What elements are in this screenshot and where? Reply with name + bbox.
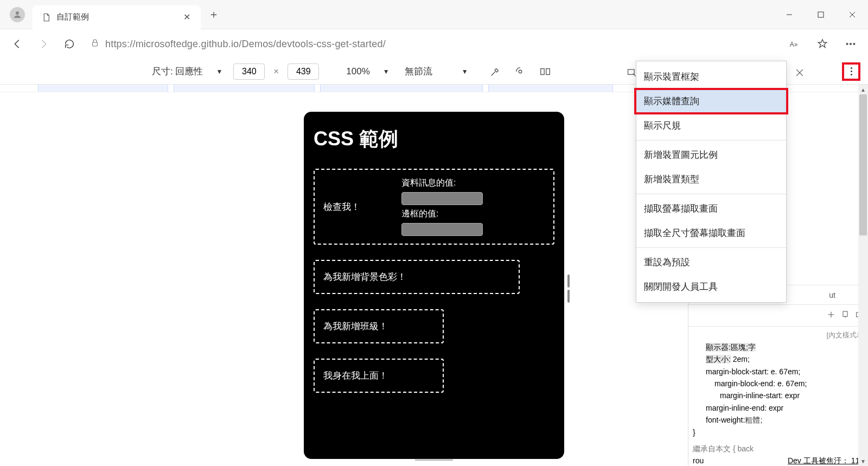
window-controls — [774, 2, 868, 28]
inspect-box[interactable]: 檢查我！ 資料訊息的值: 邊框的值: — [314, 169, 554, 245]
menu-item-close-devtools[interactable]: 關閉開發人員工具 — [636, 275, 786, 299]
url-text: https://microsoftedge.github.io/Demos/de… — [105, 39, 386, 50]
close-window-button[interactable] — [837, 2, 868, 28]
chevron-down-icon: ▼ — [462, 68, 468, 75]
svg-text:A»: A» — [790, 41, 798, 48]
favorite-icon[interactable] — [810, 32, 834, 56]
read-aloud-icon[interactable]: A» — [782, 32, 806, 56]
throttle-label: 無節流 — [405, 65, 432, 78]
throttle-dropdown[interactable]: 無節流 ▼ — [400, 63, 473, 80]
border-value-label: 邊框的值: — [401, 208, 545, 220]
menu-item-show-device-frame[interactable]: 顯示裝置框架 — [636, 65, 786, 89]
navbar: https://microsoftedge.github.io/Demos/de… — [0, 29, 868, 59]
zoom-dropdown[interactable]: 100%▼ — [342, 64, 393, 79]
width-input[interactable] — [233, 63, 265, 80]
device-toolbar-menu: 顯示裝置框架 顯示媒體查詢 顯示尺規 新增裝置圖元比例 新增裝置類型 擷取螢幕擷… — [636, 61, 787, 303]
inspect-box-label: 檢查我！ — [323, 201, 394, 213]
eyedropper-icon[interactable] — [488, 64, 503, 79]
height-input[interactable] — [288, 63, 319, 80]
lock-icon — [90, 38, 100, 50]
menu-item-capture-fullsize[interactable]: 擷取全尺寸螢幕擷取畫面 — [636, 221, 786, 245]
menu-item-show-rulers[interactable]: 顯示尺規 — [636, 113, 786, 138]
new-tab-button[interactable]: ＋ — [204, 5, 224, 24]
close-devtools-icon[interactable] — [789, 62, 810, 83]
svg-rect-12 — [546, 68, 549, 74]
styles-pane[interactable]: [內文樣式表 顯示器:區塊;字 型大小: 2em; margin-block-s… — [688, 327, 868, 466]
zoom-label: 100% — [346, 66, 369, 77]
device-toolbar-more-button[interactable] — [842, 62, 860, 81]
address-bar[interactable]: https://microsoftedge.github.io/Demos/de… — [84, 34, 776, 54]
svg-rect-2 — [818, 12, 824, 17]
page-icon — [41, 12, 51, 22]
svg-point-0 — [16, 11, 19, 15]
data-value-label: 資料訊息的值: — [401, 177, 545, 189]
svg-rect-11 — [540, 68, 544, 74]
svg-point-7 — [846, 43, 848, 45]
data-value-field[interactable] — [401, 192, 483, 205]
menu-item-capture-screenshot[interactable]: 擷取螢幕擷取畫面 — [636, 196, 786, 221]
minimize-button[interactable] — [774, 2, 805, 28]
fold-icon[interactable] — [538, 64, 553, 79]
svg-point-9 — [853, 43, 855, 45]
menu-item-show-media-queries[interactable]: 顯示媒體查詢 — [636, 89, 786, 113]
maximize-button[interactable] — [805, 2, 837, 28]
svg-rect-5 — [93, 42, 98, 46]
chevron-down-icon: ▼ — [216, 68, 222, 75]
vertical-scrollbar[interactable]: ▲ ▼ — [858, 85, 868, 466]
scrollbar-thumb[interactable] — [859, 94, 867, 235]
filter-icon[interactable] — [827, 310, 835, 321]
svg-point-8 — [850, 43, 852, 45]
class-box[interactable]: 為我新增班級！ — [314, 309, 444, 343]
pin-icon[interactable] — [841, 310, 850, 321]
tab-title: 自訂範例 — [56, 12, 177, 22]
styles-tools — [688, 305, 868, 327]
dimension-separator: × — [273, 66, 279, 77]
viewport-resize-handle-right[interactable] — [567, 275, 572, 303]
bgcolor-box[interactable]: 為我新增背景色彩！ — [314, 260, 520, 294]
svg-point-10 — [519, 70, 522, 73]
dimensions-dropdown[interactable]: 尺寸: 回應性 ▼ — [148, 63, 227, 80]
forward-button[interactable] — [31, 32, 55, 56]
tab-close-icon[interactable]: ✕ — [182, 13, 191, 22]
back-button[interactable] — [5, 32, 29, 56]
orientation-icon[interactable] — [513, 64, 528, 79]
browser-tab[interactable]: 自訂範例 ✕ — [33, 5, 201, 29]
profile-avatar[interactable] — [10, 7, 25, 22]
chevron-down-icon: ▼ — [383, 68, 390, 75]
viewport-resize-handle-bottom[interactable] — [412, 459, 456, 463]
page-heading: CSS 範例 — [314, 126, 554, 152]
svg-rect-29 — [843, 311, 847, 316]
titlebar: 自訂範例 ✕ ＋ — [0, 0, 868, 29]
dimensions-label: 尺寸: 回應性 — [152, 65, 203, 78]
page-content: CSS 範例 檢查我！ 資料訊息的值: 邊框的值: 為我新增背景色彩！ 為我新增… — [304, 112, 564, 459]
menu-item-add-dpr[interactable]: 新增裝置圖元比例 — [636, 143, 786, 167]
menu-item-add-device-type[interactable]: 新增裝置類型 — [636, 167, 786, 191]
border-value-field[interactable] — [401, 223, 483, 236]
reload-button[interactable] — [58, 32, 81, 56]
menu-item-reset[interactable]: 重設為預設 — [636, 250, 786, 275]
menu-icon[interactable] — [839, 32, 863, 56]
hover-box[interactable]: 我身在我上面！ — [314, 359, 444, 393]
